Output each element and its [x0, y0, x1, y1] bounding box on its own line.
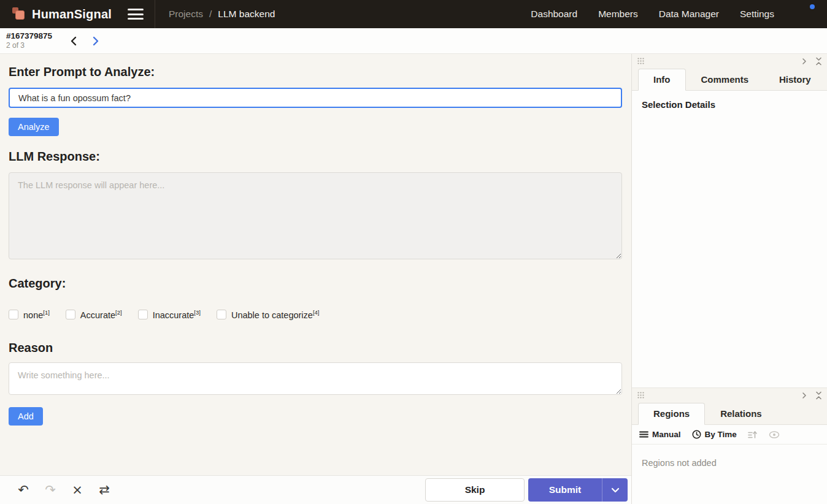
nav-settings[interactable]: Settings: [740, 9, 774, 20]
category-label: Unable to categorize[4]: [231, 309, 320, 320]
reason-heading: Reason: [9, 341, 622, 355]
detach-panel-icon[interactable]: [802, 392, 807, 399]
annotation-workspace: Enter Prompt to Analyze: Analyze LLM Res…: [0, 54, 631, 475]
selection-details-title: Selection Details: [642, 99, 817, 110]
drag-handle-icon[interactable]: [637, 58, 644, 64]
category-label: Accurate[2]: [80, 309, 122, 320]
breadcrumb-separator: /: [209, 9, 212, 20]
group-by-manual[interactable]: Manual: [639, 430, 681, 439]
reason-textarea[interactable]: [9, 362, 622, 395]
task-position: 2 of 3: [6, 41, 52, 50]
analyze-button[interactable]: Analyze: [9, 118, 59, 136]
next-task-button[interactable]: [89, 34, 102, 48]
chevron-right-icon: [91, 36, 100, 46]
prompt-input[interactable]: [9, 88, 622, 108]
sort-ascending-icon[interactable]: [748, 430, 758, 439]
top-nav: HumanSignal Projects / LLM backend Dashb…: [0, 0, 827, 28]
menu-hamburger-icon[interactable]: [128, 9, 144, 20]
regions-toolbar: Manual By Time: [632, 425, 827, 445]
order-by-time[interactable]: By Time: [692, 430, 737, 439]
tab-comments[interactable]: Comments: [686, 69, 764, 91]
task-id: #167379875: [6, 31, 52, 42]
llm-response-heading: LLM Response:: [9, 150, 622, 164]
chevron-left-icon: [69, 36, 78, 46]
redo-icon[interactable]: ↷: [40, 480, 60, 500]
drag-handle-icon[interactable]: [637, 392, 644, 399]
details-panel-header: [632, 54, 827, 68]
brand-name: HumanSignal: [32, 7, 112, 21]
prev-task-button[interactable]: [67, 34, 80, 48]
undo-icon[interactable]: ↶: [13, 480, 33, 500]
checkbox-accurate[interactable]: [66, 310, 75, 319]
regions-empty-state: Regions not added: [632, 445, 827, 504]
category-option-none[interactable]: none[1]: [9, 309, 50, 320]
hotkey-hint: [3]: [194, 309, 201, 316]
category-option-inaccurate[interactable]: Inaccurate[3]: [138, 309, 201, 320]
details-tabs: Info Comments History: [632, 68, 827, 91]
checkbox-none[interactable]: [9, 310, 18, 319]
tab-history[interactable]: History: [764, 69, 826, 91]
edit-actions: ↶ ↷ × ⇄: [13, 480, 114, 500]
llm-response-textarea: [9, 172, 622, 259]
submit-button-group: Submit: [528, 478, 628, 502]
hotkey-hint: [4]: [313, 309, 320, 316]
toggle-visibility-eye-icon[interactable]: [769, 431, 780, 438]
hotkey-hint: [2]: [115, 309, 122, 316]
category-label: Inaccurate[3]: [153, 309, 201, 320]
breadcrumb: Projects / LLM backend: [169, 9, 275, 20]
prompt-heading: Enter Prompt to Analyze:: [9, 65, 622, 79]
submit-button[interactable]: Submit: [528, 478, 602, 502]
nav-data-manager[interactable]: Data Manager: [659, 9, 719, 20]
category-options: none[1] Accurate[2] Inaccurate[3] Unable…: [9, 309, 622, 320]
task-bar: #167379875 2 of 3: [0, 28, 827, 54]
checkbox-unable-to-categorize[interactable]: [217, 310, 226, 319]
checkbox-inaccurate[interactable]: [138, 310, 148, 319]
side-panels: Info Comments History Selection Details: [631, 54, 827, 504]
user-avatar[interactable]: [795, 4, 815, 24]
submit-dropdown-button[interactable]: [602, 478, 628, 502]
category-label: none[1]: [23, 309, 50, 320]
detach-panel-icon[interactable]: [802, 58, 807, 65]
tab-regions[interactable]: Regions: [638, 403, 705, 425]
nav-dashboard[interactable]: Dashboard: [531, 9, 577, 20]
order-label: By Time: [705, 430, 737, 439]
tab-relations[interactable]: Relations: [705, 403, 777, 425]
clock-icon: [692, 430, 701, 439]
breadcrumb-current-project: LLM backend: [218, 9, 275, 20]
nav-members[interactable]: Members: [598, 9, 638, 20]
submission-actions: Skip Submit: [425, 478, 628, 502]
avatar-status-badge: [809, 3, 816, 10]
hotkey-hint: [1]: [43, 309, 50, 316]
category-heading: Category:: [9, 277, 622, 291]
brand[interactable]: HumanSignal: [0, 7, 123, 21]
details-panel: Info Comments History Selection Details: [632, 54, 827, 388]
tab-info[interactable]: Info: [638, 69, 686, 91]
topnav-links: Dashboard Members Data Manager Settings: [531, 4, 827, 24]
skip-button[interactable]: Skip: [425, 478, 525, 502]
add-button[interactable]: Add: [9, 407, 43, 426]
swap-arrows-icon[interactable]: ⇄: [94, 480, 114, 500]
collapse-panel-icon[interactable]: [815, 57, 822, 66]
group-label: Manual: [652, 430, 681, 439]
category-option-accurate[interactable]: Accurate[2]: [66, 309, 122, 320]
topnav-divider: [155, 0, 155, 28]
category-option-unable-to-categorize[interactable]: Unable to categorize[4]: [217, 309, 320, 320]
bottom-toolbar: ↶ ↷ × ⇄ Skip Submit: [0, 475, 631, 504]
task-navigation: [67, 34, 102, 48]
regions-panel-header: [632, 388, 827, 402]
chevron-down-icon: [611, 487, 620, 493]
collapse-panel-icon[interactable]: [815, 391, 822, 400]
humansignal-logo-icon: [12, 7, 26, 21]
reset-icon[interactable]: ×: [67, 480, 87, 500]
regions-tabs: Regions Relations: [632, 402, 827, 425]
breadcrumb-projects[interactable]: Projects: [169, 9, 203, 20]
details-panel-body: Selection Details: [632, 91, 827, 388]
list-lines-icon: [639, 431, 648, 438]
regions-panel: Regions Relations Manual By Time: [632, 388, 827, 504]
task-meta: #167379875 2 of 3: [0, 31, 52, 51]
